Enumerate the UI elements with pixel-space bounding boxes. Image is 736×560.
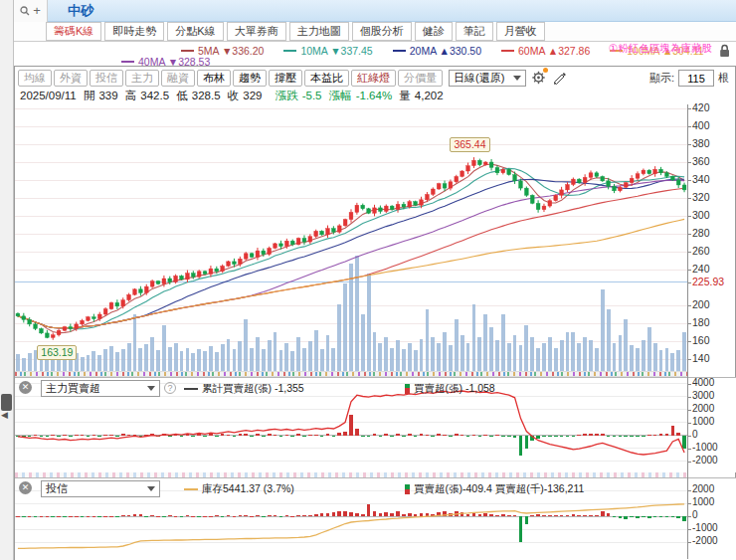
notification-dot — [543, 68, 548, 73]
toolbar-button-紅綠燈[interactable]: 紅綠燈 — [351, 70, 396, 87]
toolbar-button-分價量[interactable]: 分價量 — [398, 70, 443, 87]
search-icon[interactable] — [20, 6, 30, 16]
toolbar-button-趨勢[interactable]: 趨勢 — [233, 70, 267, 87]
period-select-value: 日線(還原) — [454, 71, 504, 86]
lock-icon[interactable] — [718, 44, 731, 58]
toolbar-button-撐壓[interactable]: 撐壓 — [269, 70, 302, 87]
price-tick-300: 300 — [692, 209, 710, 221]
main-candlestick-panel[interactable]: 4204003803603403203002802602402001801601… — [15, 104, 736, 371]
invest-trust-panel[interactable]: ✕ 投信 庫存5441.37 (3.7%) 買賣超(張)-409.4 買賣超(千… — [15, 477, 736, 560]
chart-frame: 均線外資投信主力融資布林趨勢撐壓本益比紅綠燈分價量 日線(還原) — [14, 66, 736, 560]
display-label: 顯示: — [649, 71, 674, 86]
toolbar-button-外資[interactable]: 外資 — [54, 70, 88, 87]
low-label: 低 — [176, 90, 188, 101]
treasury-stock-note: ①粉紅色區塊為庫藏股 — [609, 42, 712, 56]
change-label: 漲跌 — [276, 90, 298, 101]
main-chart-canvas[interactable] — [15, 104, 687, 371]
tab-主力地圖[interactable]: 主力地圖 — [289, 22, 349, 41]
open-label: 開 — [84, 90, 95, 101]
panel1-bar-legend: 買賣超(張) -1,058 — [405, 382, 495, 396]
panel2-line-legend: 庫存5441.37 (3.7%) — [184, 482, 294, 496]
sidebar-scroll-handle[interactable] — [1, 394, 12, 411]
price-tick-420: 420 — [692, 101, 710, 113]
add-tab-icon[interactable]: + — [33, 4, 41, 17]
period-select[interactable]: 日線(還原) — [449, 70, 526, 87]
tab-筆記[interactable]: 筆記 — [456, 22, 493, 41]
tab-bar: 籌碼K線即時走勢分點K線大單券商主力地圖個股分析健診筆記月營收 — [14, 22, 736, 42]
pencil-icon — [552, 70, 567, 85]
tab-大單券商[interactable]: 大單券商 — [227, 22, 286, 41]
panel2-indicator-select[interactable]: 投信 — [41, 480, 160, 497]
close-label: 收 — [228, 90, 240, 101]
toolbar-button-均線[interactable]: 均線 — [18, 70, 52, 87]
price-tick-140: 140 — [692, 352, 710, 364]
price-tick-240: 240 — [692, 263, 710, 275]
chevron-down-icon — [147, 486, 155, 491]
price-axis-separator — [687, 104, 688, 559]
high-label: 高 — [125, 90, 137, 101]
tab-月營收[interactable]: 月營收 — [496, 22, 545, 41]
chevron-down-icon — [513, 76, 521, 81]
bars-count-input[interactable] — [678, 70, 714, 87]
draw-tool-button[interactable] — [552, 70, 568, 86]
toolbar-buttons: 均線外資投信主力融資布林趨勢撐壓本益比紅綠燈分價量 — [18, 70, 445, 87]
corner-tools[interactable]: + — [14, 0, 48, 22]
close-icon[interactable]: ✕ — [19, 481, 32, 494]
ma-legend-60MA: 60MA ▲327.86 — [501, 45, 590, 57]
tab-籌碼K線[interactable]: 籌碼K線 — [46, 22, 101, 41]
close-icon[interactable]: ✕ — [19, 381, 32, 394]
tab-個股分析[interactable]: 個股分析 — [352, 22, 412, 41]
change-pct-value: -1.64% — [356, 90, 392, 101]
price-tick-200: 200 — [692, 298, 710, 310]
panel-tick-4000: 4000 — [692, 377, 714, 388]
price-tick-320: 320 — [692, 191, 710, 203]
stock-title: 中砂 — [68, 2, 93, 20]
line-swatch — [184, 488, 198, 490]
high-price-annotation: 365.44 — [450, 137, 489, 152]
price-tick-280: 280 — [692, 227, 710, 239]
open-value: 339 — [98, 90, 117, 101]
indicator-toolbar: 均線外資投信主力融資布林趨勢撐壓本益比紅綠燈分價量 日線(還原) — [15, 67, 736, 89]
panel-tick--2000: -2000 — [692, 535, 718, 546]
ma-swatch — [121, 61, 134, 63]
sidebar-collapse-arrow-icon[interactable]: ◀ — [1, 410, 8, 420]
panel1-indicator-select[interactable]: 主力買賣超 — [41, 380, 160, 397]
toolbar-button-本益比[interactable]: 本益比 — [304, 70, 349, 87]
panel-tick-0: 0 — [692, 509, 698, 520]
toolbar-button-主力[interactable]: 主力 — [125, 70, 159, 87]
panel1-line-legend: 累計買賣超(張) -1,355 — [184, 382, 304, 396]
ma-swatch — [181, 50, 194, 52]
tab-健診[interactable]: 健診 — [415, 22, 453, 41]
panel2-bar-legend: 買賣超(張)-409.4 買賣超(千)-136,211 — [405, 482, 584, 496]
tab-即時走勢[interactable]: 即時走勢 — [104, 22, 164, 41]
panel1-header: ✕ 主力買賣超 ? 累計買賣超(張) -1,355 買賣超(張) -1,058 — [15, 379, 687, 398]
ma-legend-10MA: 10MA ▼337.45 — [283, 45, 372, 57]
change-pct-label: 漲幅 — [329, 90, 352, 101]
panel-tick--1000: -1000 — [692, 522, 718, 533]
help-icon[interactable]: ? — [164, 382, 176, 394]
low-value: 328.5 — [192, 90, 221, 101]
main-force-panel[interactable]: ✕ 主力買賣超 ? 累計買賣超(張) -1,355 買賣超(張) -1,058 … — [15, 377, 736, 472]
change-value: -5.5 — [302, 90, 322, 101]
price-tick-400: 400 — [692, 119, 710, 131]
volume-value: 4,202 — [415, 90, 444, 101]
panel-tick-3000: 3000 — [692, 390, 714, 401]
panel-tick-1000: 1000 — [692, 416, 714, 427]
reference-price-label: 225.93 — [692, 276, 724, 287]
panel2-header: ✕ 投信 庫存5441.37 (3.7%) 買賣超(張)-409.4 買賣超(千… — [15, 479, 687, 498]
panel-tick-2000: 2000 — [692, 483, 714, 494]
ma-swatch — [283, 50, 296, 52]
toolbar-button-投信[interactable]: 投信 — [90, 70, 123, 87]
toolbar-button-融資[interactable]: 融資 — [161, 70, 195, 87]
panel1-select-value: 主力買賣超 — [46, 381, 100, 396]
bars-unit-label: 根 — [718, 71, 729, 86]
chevron-down-icon — [147, 386, 155, 391]
panel-tick-0: 0 — [692, 429, 698, 440]
settings-gear-button[interactable] — [531, 70, 547, 86]
tab-分點K線[interactable]: 分點K線 — [167, 22, 223, 41]
toolbar-button-布林[interactable]: 布林 — [197, 70, 231, 87]
left-collapsed-sidebar[interactable]: ◀ — [0, 0, 14, 560]
ma-swatch — [501, 50, 514, 52]
panel-tick-2000: 2000 — [692, 403, 714, 414]
price-tick-360: 360 — [692, 155, 710, 167]
